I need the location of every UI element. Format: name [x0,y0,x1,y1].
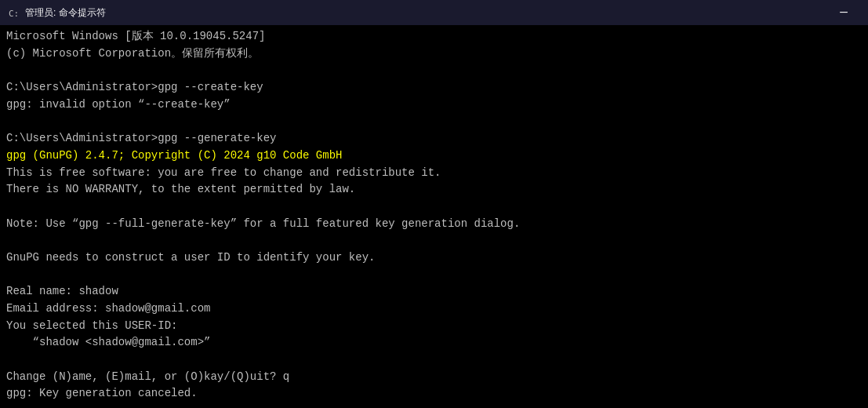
console-line: Change (N)ame, (E)mail, or (O)kay/(Q)uit… [6,369,862,386]
window-controls: — [826,0,862,25]
console-line: Note: Use “gpg --full-generate-key” for … [6,216,862,233]
console-line: This is free software: you are free to c… [6,165,862,182]
console-line: Microsoft Windows [版本 10.0.19045.5247] [6,28,862,46]
console-line: GnuPG needs to construct a user ID to id… [6,250,862,267]
svg-text:C:\: C:\ [9,9,20,19]
console-line: C:\Users\Administrator>gpg --create-key [6,79,862,97]
window-title: 管理员: 命令提示符 [25,6,826,20]
cmd-icon: C:\ [6,5,20,20]
console-line: gpg: invalid option “--create-key” [6,97,862,114]
console-line: “shadow <shadow@gmail.com>” [6,334,862,352]
console-line [6,113,862,130]
console-line [6,267,862,284]
minimize-button[interactable]: — [826,0,862,25]
console-line: (c) Microsoft Corporation。保留所有权利。 [6,46,862,63]
console-line: There is NO WARRANTY, to the extent perm… [6,181,862,199]
console-line [6,352,862,369]
console-output: Microsoft Windows [版本 10.0.19045.5247](c… [0,25,868,408]
console-line: C:\Users\Administrator>gpg --generate-ke… [6,130,862,148]
console-line [6,199,862,216]
console-line [6,62,862,79]
console-line: Email address: shadow@gmail.com [6,301,862,318]
cmd-window: C:\ 管理员: 命令提示符 — Microsoft Windows [版本 1… [0,0,868,408]
console-line: gpg (GnuPG) 2.4.7; Copyright (C) 2024 g1… [6,148,862,165]
console-line: Real name: shadow [6,283,862,301]
console-line [6,403,862,408]
console-line [6,232,862,250]
console-line: You selected this USER-ID: [6,318,862,335]
console-line: gpg: Key generation canceled. [6,385,862,403]
title-bar: C:\ 管理员: 命令提示符 — [0,0,868,25]
